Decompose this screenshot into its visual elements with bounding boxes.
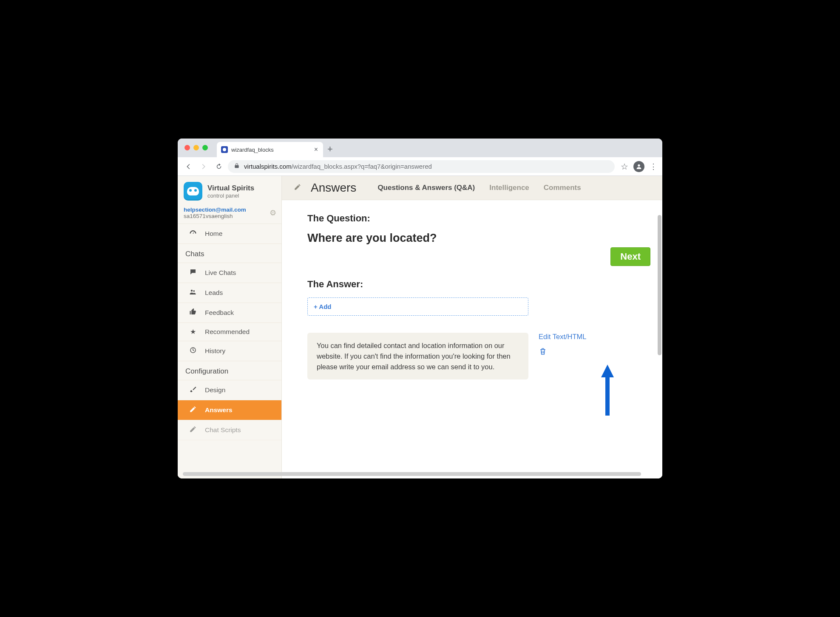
account-block: helpsection@mail.com sa16571vsaenglish ⚙ <box>178 203 281 224</box>
sidebar-item-label: Answers <box>205 406 233 414</box>
app-root: Virtual Spirits control panel helpsectio… <box>178 176 662 478</box>
browser-right-controls: ☆ ⋮ <box>621 161 658 172</box>
vertical-scrollbar[interactable] <box>658 215 661 355</box>
tab-intelligence[interactable]: Intelligence <box>489 184 529 192</box>
sidebar-item-feedback[interactable]: Feedback <box>178 303 281 323</box>
sidebar-item-live-chats[interactable]: Live Chats <box>178 263 281 283</box>
next-button[interactable]: Next <box>610 247 650 266</box>
sidebar-item-label: Recommended <box>205 328 250 336</box>
browser-tabstrip: wizardfaq_blocks × + <box>178 139 662 157</box>
window-controls <box>184 145 208 150</box>
pencil-icon <box>189 405 197 415</box>
sidebar-item-label: Chat Scripts <box>205 426 241 434</box>
sidebar-item-label: Design <box>205 386 225 394</box>
reload-button[interactable] <box>213 160 225 173</box>
content: Answers Questions & Answers (Q&A) Intell… <box>282 176 662 478</box>
sidebar-item-leads[interactable]: Leads <box>178 283 281 303</box>
maximize-window-button[interactable] <box>202 145 208 150</box>
svg-point-0 <box>638 164 640 166</box>
tab-qa[interactable]: Questions & Answers (Q&A) <box>377 184 475 192</box>
sidebar-item-design[interactable]: Design <box>178 380 281 400</box>
sidebar-item-home[interactable]: Home <box>178 224 281 244</box>
edit-title-icon[interactable] <box>294 183 302 192</box>
profile-button[interactable] <box>633 161 644 172</box>
browser-window: wizardfaq_blocks × + virtualspirits.com/… <box>178 139 662 478</box>
thumb-icon <box>189 308 197 317</box>
answer-card[interactable]: You can find detailed contact and locati… <box>307 333 528 379</box>
content-header: Answers Questions & Answers (Q&A) Intell… <box>282 176 662 200</box>
leads-icon <box>189 288 197 297</box>
sidebar-item-label: Live Chats <box>205 269 236 277</box>
close-window-button[interactable] <box>184 145 190 150</box>
close-tab-button[interactable]: × <box>314 146 318 153</box>
new-tab-button[interactable]: + <box>327 144 333 157</box>
answer-text: You can find detailed contact and locati… <box>317 342 511 371</box>
delete-answer-button[interactable] <box>539 347 547 358</box>
favicon-icon <box>221 146 228 153</box>
answer-heading: The Answer: <box>307 279 637 290</box>
back-button[interactable] <box>182 160 195 173</box>
browser-menu-button[interactable]: ⋮ <box>650 162 658 171</box>
edit-text-html-link[interactable]: Edit Text/HTML <box>539 333 586 341</box>
sidebar-item-label: Leads <box>205 289 223 297</box>
browser-tab[interactable]: wizardfaq_blocks × <box>217 142 323 157</box>
url-host: virtualspirits.com <box>244 163 292 170</box>
add-answer-button[interactable]: + Add <box>307 297 528 316</box>
sidebar-item-label: Feedback <box>205 309 234 317</box>
sidebar-item-answers[interactable]: Answers <box>178 400 281 420</box>
brand-name: Virtual Spirits <box>207 184 254 192</box>
url-path: /wizardfaq_blocks.aspx?q=faq7&origin=ans… <box>292 163 432 170</box>
account-email[interactable]: helpsection@mail.com <box>184 207 275 213</box>
gauge-icon <box>189 229 197 238</box>
sidebar-item-label: History <box>205 347 225 355</box>
sidebar: Virtual Spirits control panel helpsectio… <box>178 176 282 478</box>
forward-button[interactable] <box>197 160 210 173</box>
history-icon <box>189 346 197 356</box>
account-id: sa16571vsaenglish <box>184 213 275 219</box>
brand-subtitle: control panel <box>207 192 254 199</box>
sidebar-item-history[interactable]: History <box>178 341 281 361</box>
page-title: Answers <box>311 181 356 195</box>
sidebar-item-label: Home <box>205 230 222 238</box>
settings-gear-icon[interactable]: ⚙ <box>270 208 276 218</box>
bookmark-button[interactable]: ☆ <box>621 161 628 172</box>
address-bar[interactable]: virtualspirits.com/wizardfaq_blocks.aspx… <box>228 160 615 173</box>
pencil-icon <box>189 425 197 435</box>
chat-icon <box>189 268 197 277</box>
lock-icon <box>234 163 240 170</box>
browser-toolbar: virtualspirits.com/wizardfaq_blocks.aspx… <box>178 157 662 176</box>
question-text: Where are you located? <box>307 232 637 245</box>
sidebar-section-chats: Chats <box>178 244 281 263</box>
header-tabs: Questions & Answers (Q&A) Intelligence C… <box>377 184 581 192</box>
question-heading: The Question: <box>307 213 637 224</box>
tab-comments[interactable]: Comments <box>544 184 581 192</box>
sidebar-item-chat-scripts[interactable]: Chat Scripts <box>178 420 281 440</box>
tab-title: wizardfaq_blocks <box>231 147 274 153</box>
sidebar-item-recommended[interactable]: ★ Recommended <box>178 323 281 341</box>
sidebar-section-config: Configuration <box>178 361 281 380</box>
brand: Virtual Spirits control panel <box>178 176 281 203</box>
horizontal-scrollbar[interactable] <box>183 472 641 476</box>
brush-icon <box>189 385 197 395</box>
brand-logo-icon <box>184 182 202 201</box>
page-body: The Question: Where are you located? The… <box>282 200 662 392</box>
star-icon: ★ <box>189 328 197 336</box>
svg-point-1 <box>191 290 193 292</box>
svg-point-2 <box>193 290 195 292</box>
minimize-window-button[interactable] <box>193 145 199 150</box>
